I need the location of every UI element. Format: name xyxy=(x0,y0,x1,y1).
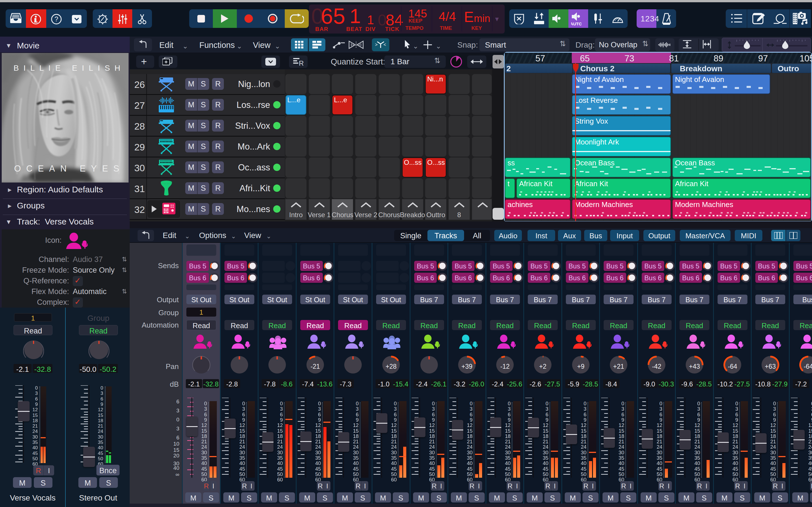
svg-text:R: R xyxy=(299,59,303,66)
svg-text:>: > xyxy=(375,42,377,47)
svg-text:AUTO: AUTO xyxy=(571,21,581,26)
svg-text:?: ? xyxy=(54,15,58,23)
svg-text:OCEAN EYES: OCEAN EYES xyxy=(14,164,124,173)
svg-text:BILLIE EILISH: BILLIE EILISH xyxy=(13,64,125,72)
svg-text:<: < xyxy=(384,42,386,47)
